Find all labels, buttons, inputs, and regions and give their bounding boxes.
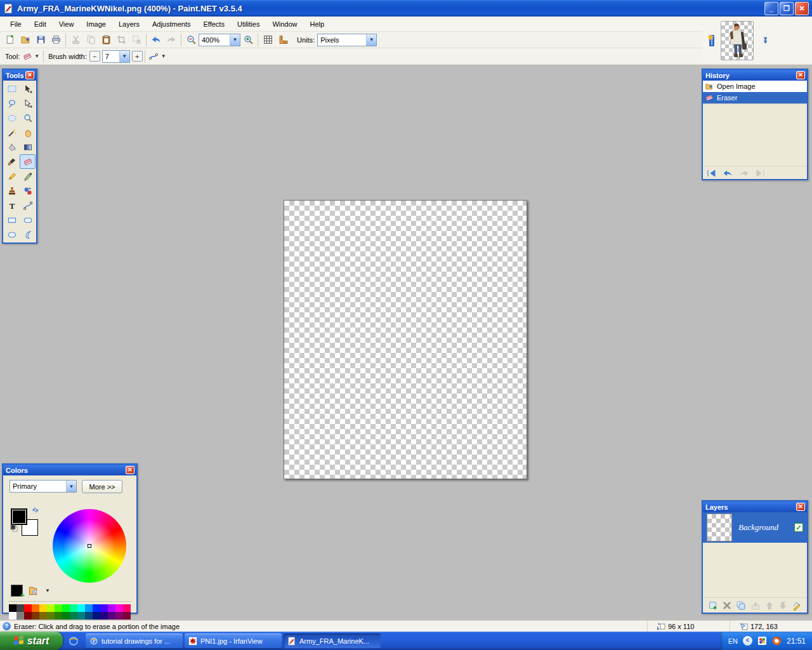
tool-lasso-select[interactable]: [4, 96, 20, 110]
save-button[interactable]: [33, 33, 48, 47]
color-wheel[interactable]: [53, 509, 126, 583]
grid-toggle-button[interactable]: [260, 33, 275, 47]
brush-width-combo[interactable]: 7 ▼: [102, 50, 130, 63]
history-panel-titlebar[interactable]: History ✕: [703, 70, 807, 81]
palette-menu-icon[interactable]: [27, 585, 39, 597]
tool-freeform-shape[interactable]: [20, 227, 36, 242]
brush-width-increase-button[interactable]: +: [132, 51, 143, 62]
palette-swatch[interactable]: [55, 612, 62, 620]
menu-file[interactable]: File: [4, 18, 28, 30]
tray-collapse-chevron-icon[interactable]: <: [743, 636, 752, 646]
palette-swatch[interactable]: [77, 612, 85, 620]
tool-pan[interactable]: [20, 125, 36, 140]
tools-panel-close-icon[interactable]: ✕: [25, 71, 34, 79]
history-item-eraser[interactable]: Eraser: [703, 92, 807, 103]
rulers-toggle-button[interactable]: [275, 33, 291, 47]
palette-swatch[interactable]: [32, 604, 39, 612]
palette-menu-dropdown-icon[interactable]: ▼: [43, 588, 52, 594]
palette-swatch[interactable]: [24, 604, 32, 612]
palette-swatch[interactable]: [123, 604, 131, 612]
palette-swatch[interactable]: [62, 612, 70, 620]
add-layer-button[interactable]: [708, 600, 718, 611]
tool-ellipse[interactable]: [4, 227, 20, 242]
menu-image[interactable]: Image: [80, 18, 112, 30]
menu-help[interactable]: Help: [304, 18, 331, 30]
palette-swatch[interactable]: [115, 612, 123, 620]
tool-pencil[interactable]: [4, 169, 20, 183]
history-rewind-button[interactable]: [707, 169, 717, 177]
tool-line-curve[interactable]: [20, 198, 36, 213]
palette-swatch[interactable]: [9, 612, 16, 620]
tool-move-selection[interactable]: [20, 96, 36, 110]
palette-swatch[interactable]: [70, 604, 77, 612]
thumbnail-soldier-image[interactable]: [721, 21, 754, 60]
palette-swatch[interactable]: [24, 612, 32, 620]
colors-panel-close-icon[interactable]: ✕: [126, 466, 134, 474]
palette-swatch[interactable]: [108, 604, 115, 612]
palette-swatch[interactable]: [100, 612, 108, 620]
tool-rectangle-select[interactable]: [4, 81, 20, 96]
palette-swatch[interactable]: [85, 604, 93, 612]
tool-move-selected-pixels[interactable]: [20, 81, 36, 96]
tool-ellipse-select[interactable]: [4, 110, 20, 125]
menu-window[interactable]: Window: [266, 18, 303, 30]
close-button[interactable]: ✕: [795, 2, 809, 15]
tool-zoom[interactable]: [20, 110, 36, 125]
history-item-open-image[interactable]: Open Image: [703, 81, 807, 92]
tool-text[interactable]: T: [4, 198, 20, 213]
delete-layer-button[interactable]: [723, 601, 731, 610]
palette-swatch[interactable]: [16, 604, 24, 612]
undo-button[interactable]: [148, 33, 164, 47]
layers-panel-titlebar[interactable]: Layers ✕: [703, 501, 807, 512]
palette-swatch[interactable]: [47, 612, 55, 620]
tool-clone-stamp[interactable]: [4, 183, 20, 198]
tool-paint-bucket[interactable]: [4, 140, 20, 154]
print-button[interactable]: [48, 33, 63, 47]
palette-swatch[interactable]: [123, 612, 131, 620]
tool-color-picker[interactable]: [20, 169, 36, 183]
menu-effects[interactable]: Effects: [197, 18, 231, 30]
window-titlebar[interactable]: Army_FRA_MarineKWNikel.png (400%) - Pain…: [0, 0, 812, 17]
image-list-chevron-icon[interactable]: ▼▼: [763, 37, 768, 44]
tool-rectangle[interactable]: [4, 213, 20, 227]
reset-colors-icon[interactable]: [10, 524, 18, 532]
tray-orange-app-icon[interactable]: [772, 636, 782, 646]
tool-eraser[interactable]: [20, 154, 36, 169]
layer-row-background[interactable]: Background ✓: [703, 512, 807, 543]
add-color-to-palette-button[interactable]: +: [11, 585, 23, 597]
menu-edit[interactable]: Edit: [28, 18, 53, 30]
palette-swatch[interactable]: [93, 604, 100, 612]
palette-swatch[interactable]: [16, 612, 24, 620]
colors-panel-titlebar[interactable]: Colors ✕: [3, 465, 136, 475]
layer-properties-button[interactable]: [792, 600, 802, 611]
palette-swatch[interactable]: [39, 604, 47, 612]
menu-adjustments[interactable]: Adjustments: [146, 18, 197, 30]
palette-swatch[interactable]: [93, 612, 100, 620]
history-panel-close-icon[interactable]: ✕: [796, 71, 805, 79]
start-button[interactable]: start: [0, 632, 63, 650]
tray-paintdotnet-icon[interactable]: [757, 636, 767, 646]
open-file-button[interactable]: [18, 33, 33, 47]
palette-swatch[interactable]: [9, 604, 16, 612]
tool-magic-wand[interactable]: [4, 125, 20, 140]
minimize-button[interactable]: _: [764, 2, 778, 15]
menu-layers[interactable]: Layers: [112, 18, 146, 30]
palette-swatch[interactable]: [55, 604, 62, 612]
brush-width-decrease-button[interactable]: −: [89, 51, 100, 62]
palette-swatch[interactable]: [77, 604, 85, 612]
more-colors-button[interactable]: More >>: [82, 480, 122, 493]
taskbar-button-paintdotnet[interactable]: Army_FRA_MarineK...: [284, 633, 381, 648]
taskbar-button-tutorial-drawings[interactable]: e tutorial drawings for ...: [86, 633, 183, 648]
layer-visibility-checkbox[interactable]: ✓: [794, 523, 803, 532]
zoom-out-button[interactable]: [183, 33, 199, 47]
restore-button[interactable]: ❐: [780, 2, 794, 15]
canvas[interactable]: [284, 200, 527, 479]
language-indicator[interactable]: EN: [728, 637, 738, 645]
primary-color-swatch[interactable]: [11, 508, 27, 525]
tool-recolor[interactable]: [20, 183, 36, 198]
palette-swatch[interactable]: [47, 604, 55, 612]
tools-panel-titlebar[interactable]: Tools ✕: [3, 70, 36, 81]
palette-swatch[interactable]: [62, 604, 70, 612]
palette-swatch[interactable]: [108, 612, 115, 620]
new-file-button[interactable]: [3, 33, 18, 47]
